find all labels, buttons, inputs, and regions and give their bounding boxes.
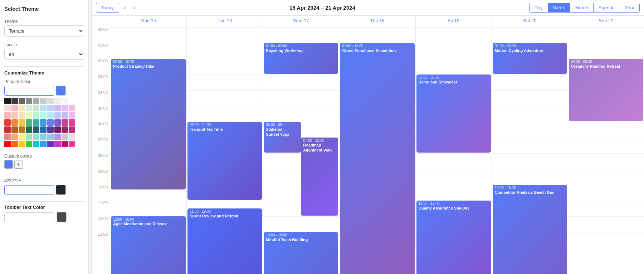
calendar-event[interactable]: 13:00 - 18:00Mindful Team Building — [264, 232, 338, 274]
palette-color-cell[interactable] — [19, 119, 25, 126]
palette-color-cell[interactable] — [33, 134, 39, 140]
palette-color-cell[interactable] — [4, 105, 11, 111]
add-custom-color-button[interactable]: + — [14, 160, 23, 169]
palette-color-cell[interactable] — [26, 98, 32, 104]
calendar-event[interactable]: 01:00 - 03:00Motion Cycling Adventure — [493, 43, 567, 74]
palette-color-cell[interactable] — [54, 134, 61, 140]
theme-select[interactable]: Terrace — [4, 25, 84, 37]
palette-color-cell[interactable] — [62, 98, 68, 104]
palette-color-cell[interactable] — [47, 126, 54, 133]
palette-color-cell[interactable] — [54, 98, 61, 104]
palette-color-cell[interactable] — [69, 126, 75, 133]
palette-color-cell[interactable] — [33, 126, 39, 133]
palette-color-cell[interactable] — [26, 134, 32, 140]
view-btn-week[interactable]: Week — [548, 3, 570, 12]
palette-color-cell[interactable] — [69, 119, 75, 126]
palette-color-cell[interactable] — [54, 112, 61, 119]
palette-color-cell[interactable] — [11, 141, 18, 147]
palette-color-cell[interactable] — [47, 105, 54, 111]
palette-color-cell[interactable] — [11, 98, 18, 104]
palette-color-cell[interactable] — [4, 119, 11, 126]
palette-color-cell[interactable] — [19, 105, 25, 111]
palette-color-cell[interactable] — [47, 134, 54, 140]
palette-color-cell[interactable] — [19, 98, 25, 104]
calendar-event[interactable]: 06:00 - 11:00Tranquil Tea Time — [187, 122, 262, 200]
primary-color-input[interactable]: #537CFA — [4, 86, 54, 96]
palette-color-cell[interactable] — [69, 98, 75, 104]
palette-color-cell[interactable] — [62, 126, 68, 133]
palette-color-cell[interactable] — [40, 98, 47, 104]
primary-color-swatch[interactable] — [56, 86, 66, 96]
toolbar-text-color-swatch[interactable] — [57, 212, 67, 222]
calendar-event[interactable]: 02:00 - 06:00Creativity Painting Retreat — [569, 59, 643, 121]
palette-color-cell[interactable] — [11, 119, 18, 126]
calendar-event[interactable]: 07:00 - 12:00Roadmap Alignment Walk — [301, 138, 338, 216]
palette-color-cell[interactable] — [19, 134, 25, 140]
palette-color-cell[interactable] — [4, 98, 11, 104]
palette-color-cell[interactable] — [33, 112, 39, 119]
scroll-handle[interactable] — [89, 0, 92, 274]
palette-color-cell[interactable] — [26, 119, 32, 126]
palette-color-cell[interactable] — [62, 112, 68, 119]
palette-color-cell[interactable] — [26, 126, 32, 133]
palette-color-cell[interactable] — [33, 119, 39, 126]
palette-color-cell[interactable] — [40, 126, 47, 133]
palette-color-cell[interactable] — [19, 112, 25, 119]
palette-color-cell[interactable] — [54, 141, 61, 147]
view-btn-month[interactable]: Month — [570, 3, 594, 12]
palette-color-cell[interactable] — [69, 112, 75, 119]
palette-color-cell[interactable] — [11, 112, 18, 119]
palette-color-cell[interactable] — [11, 134, 18, 140]
palette-color-cell[interactable] — [33, 105, 39, 111]
view-btn-agenda[interactable]: Agenda — [594, 3, 620, 12]
palette-color-cell[interactable] — [33, 141, 39, 147]
calendar-event[interactable]: 06:00 - 08:...Stakehol... Sunset Yoga — [264, 122, 301, 153]
palette-color-cell[interactable] — [40, 134, 47, 140]
calendar-event[interactable]: 11:30 - 19:00Sprint Review and Retreat — [187, 208, 262, 274]
palette-color-cell[interactable] — [69, 141, 75, 147]
palette-color-cell[interactable] — [54, 105, 61, 111]
palette-color-cell[interactable] — [26, 112, 32, 119]
palette-color-cell[interactable] — [47, 112, 54, 119]
palette-color-cell[interactable] — [40, 112, 47, 119]
palette-color-cell[interactable] — [4, 141, 11, 147]
palette-color-cell[interactable] — [47, 119, 54, 126]
palette-color-cell[interactable] — [19, 126, 25, 133]
palette-color-cell[interactable] — [69, 105, 75, 111]
calendar-event[interactable]: 11:00 - 17:00Quality Assurance Spa Day — [416, 201, 491, 274]
calendar-event[interactable]: 01:00 - 03:00Kayaking Workshop — [264, 43, 338, 74]
calendar-event[interactable]: 02:00 - 10:20Product Strategy Hike — [111, 59, 186, 189]
palette-color-cell[interactable] — [26, 105, 32, 111]
palette-color-cell[interactable] — [62, 119, 68, 126]
palette-color-cell[interactable] — [4, 134, 11, 140]
palette-color-cell[interactable] — [19, 141, 25, 147]
toolbar-text-color-input[interactable]: #44494E — [4, 212, 54, 222]
palette-color-cell[interactable] — [11, 126, 18, 133]
calendar-event[interactable]: 01:00 - 18:00Cross-Functional Expedition — [340, 43, 414, 274]
palette-color-cell[interactable] — [11, 105, 18, 111]
palette-color-cell[interactable] — [47, 98, 54, 104]
palette-color-cell[interactable] — [54, 119, 61, 126]
locale-select[interactable]: en — [4, 49, 84, 60]
today-button[interactable]: Today — [96, 3, 119, 13]
palette-color-cell[interactable] — [40, 141, 47, 147]
palette-color-cell[interactable] — [4, 112, 11, 119]
palette-color-cell[interactable] — [62, 105, 68, 111]
view-btn-year[interactable]: Year — [620, 3, 639, 12]
view-btn-day[interactable]: Day — [530, 3, 548, 12]
palette-color-cell[interactable] — [40, 105, 47, 111]
palette-color-cell[interactable] — [26, 141, 32, 147]
secondary-color-swatch[interactable] — [56, 185, 66, 195]
palette-color-cell[interactable] — [33, 98, 39, 104]
palette-color-cell[interactable] — [54, 126, 61, 133]
calendar-event[interactable]: 10:00 - 16:00Competitor Analysis Beach D… — [493, 185, 567, 274]
palette-color-cell[interactable] — [40, 119, 47, 126]
calendar-event[interactable]: 03:00 - 08:00Demo and Showcase — [416, 74, 491, 153]
palette-color-cell[interactable] — [62, 141, 68, 147]
palette-color-cell[interactable] — [62, 134, 68, 140]
palette-color-cell[interactable] — [4, 126, 11, 133]
custom-color-chip[interactable] — [4, 160, 13, 169]
palette-color-cell[interactable] — [69, 134, 75, 140]
calendar-event[interactable]: 12:00 - 16:00Agile Meditation and Releas… — [111, 216, 186, 274]
palette-color-cell[interactable] — [47, 141, 54, 147]
